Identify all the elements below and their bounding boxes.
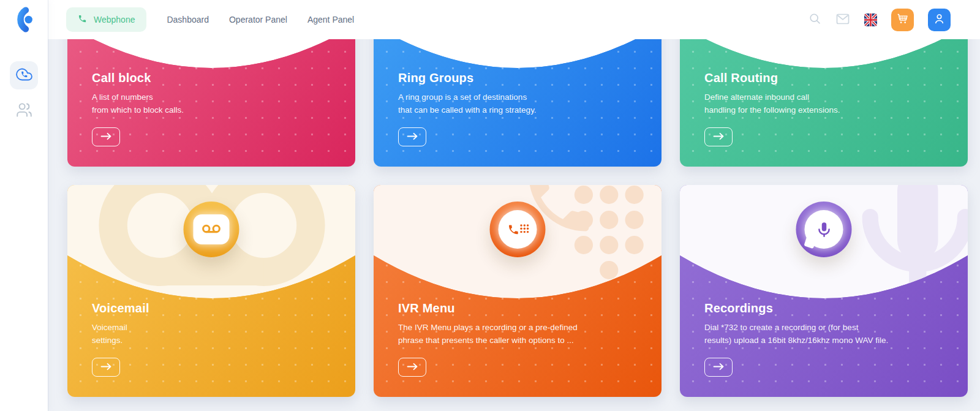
card-description-line: handling for the following extensions. bbox=[704, 104, 951, 117]
nav-link-1[interactable]: Operator Panel bbox=[229, 15, 287, 25]
search-icon bbox=[809, 12, 821, 27]
arrow-right-icon bbox=[407, 132, 418, 142]
card-description: A list of numbersfrom which to block cal… bbox=[92, 91, 338, 117]
cloud-phone-icon bbox=[16, 66, 32, 85]
webphone-button[interactable]: Webphone bbox=[66, 7, 146, 32]
arrow-right-icon bbox=[713, 132, 725, 142]
sidebar-item-cloud-phone[interactable] bbox=[10, 61, 38, 89]
card-description-line: Voicemail bbox=[92, 322, 338, 334]
card-title: IVR Menu bbox=[398, 301, 644, 315]
card-description-line: Define alternate inbound call bbox=[704, 91, 951, 104]
feature-card-call-routing: Call Routing Define alternate inbound ca… bbox=[680, 39, 968, 167]
card-description-line: phrase that presents the caller with opt… bbox=[398, 334, 644, 347]
card-title: Voicemail bbox=[92, 301, 338, 315]
store-button[interactable] bbox=[891, 9, 914, 31]
card-description: A ring group is a set of destinationstha… bbox=[398, 91, 644, 117]
card-description-line: that can be called with a ring strategy. bbox=[398, 104, 644, 117]
card-title: Call Routing bbox=[704, 71, 951, 85]
nav-link-0[interactable]: Dashboard bbox=[167, 15, 209, 25]
card-open-button[interactable] bbox=[704, 358, 733, 377]
cart-icon bbox=[896, 12, 909, 27]
voicemail-icon bbox=[194, 214, 230, 244]
card-description-line: Dial *732 to create a recording or (for … bbox=[704, 322, 951, 334]
arrow-right-icon bbox=[713, 363, 725, 372]
search-button[interactable] bbox=[809, 12, 821, 27]
card-description: Dial *732 to create a recording or (for … bbox=[704, 322, 951, 347]
card-description-line: settings. bbox=[92, 334, 338, 347]
card-open-button[interactable] bbox=[92, 127, 120, 146]
card-description-line: from which to block calls. bbox=[92, 104, 338, 117]
card-description: Voicemailsettings. bbox=[92, 322, 338, 347]
feature-card-call-block: Call block A list of numbersfrom which t… bbox=[67, 39, 355, 167]
card-description-line: results) upload a 16bit 8khz/16khz mono … bbox=[704, 334, 951, 347]
ivr-menu-icon-circle bbox=[490, 202, 546, 257]
recordings-icon-circle bbox=[796, 202, 852, 257]
user-icon bbox=[933, 12, 946, 27]
voicemail-icon-circle bbox=[184, 202, 239, 257]
webphone-label: Webphone bbox=[94, 15, 135, 25]
messages-button[interactable] bbox=[835, 12, 850, 28]
card-description-line: A ring group is a set of destinations bbox=[398, 91, 644, 104]
card-top-section bbox=[680, 39, 968, 68]
users-icon bbox=[16, 102, 32, 121]
sidebar bbox=[0, 0, 48, 411]
card-open-button[interactable] bbox=[704, 127, 733, 146]
uk-flag-icon bbox=[864, 13, 877, 26]
feature-card-voicemail: Voicemail Voicemailsettings. bbox=[67, 185, 355, 397]
card-description-line: A list of numbers bbox=[92, 91, 338, 104]
arrow-right-icon bbox=[407, 363, 418, 372]
nav-link-2[interactable]: Agent Panel bbox=[307, 15, 354, 25]
card-open-button[interactable] bbox=[398, 127, 426, 146]
card-description: Define alternate inbound callhandling fo… bbox=[704, 91, 951, 117]
feature-card-recordings: Recordings Dial *732 to create a recordi… bbox=[680, 185, 968, 397]
card-open-button[interactable] bbox=[92, 358, 120, 377]
card-title: Ring Groups bbox=[398, 71, 644, 85]
card-title: Call block bbox=[92, 71, 338, 85]
main-nav: DashboardOperator PanelAgent Panel bbox=[146, 15, 354, 25]
voicemail-ghost-bar bbox=[160, 258, 263, 285]
topbar: Webphone DashboardOperator PanelAgent Pa… bbox=[48, 0, 980, 39]
microphone-icon bbox=[805, 210, 843, 249]
account-button[interactable] bbox=[928, 9, 951, 31]
card-top-section bbox=[374, 39, 662, 68]
card-description: The IVR Menu plays a recording or a pre-… bbox=[398, 322, 644, 347]
card-title: Recordings bbox=[704, 301, 951, 315]
arrow-right-icon bbox=[100, 363, 112, 372]
sidebar-item-contacts[interactable] bbox=[10, 97, 38, 125]
feature-card-ivr-menu: IVR Menu The IVR Menu plays a recording … bbox=[374, 185, 662, 397]
mail-icon bbox=[835, 12, 850, 28]
language-selector[interactable] bbox=[864, 13, 877, 26]
phone-icon bbox=[78, 14, 87, 25]
brand-logo-icon[interactable] bbox=[0, 0, 48, 39]
feature-card-ring-groups: Ring Groups A ring group is a set of des… bbox=[374, 39, 662, 167]
card-description-line: The IVR Menu plays a recording or a pre-… bbox=[398, 322, 644, 334]
card-top-section bbox=[67, 39, 355, 68]
card-open-button[interactable] bbox=[398, 358, 426, 377]
arrow-right-icon bbox=[100, 132, 112, 142]
dashboard-cards-area: Call block A list of numbersfrom which t… bbox=[48, 39, 980, 411]
keypad-phone-icon bbox=[499, 210, 537, 249]
